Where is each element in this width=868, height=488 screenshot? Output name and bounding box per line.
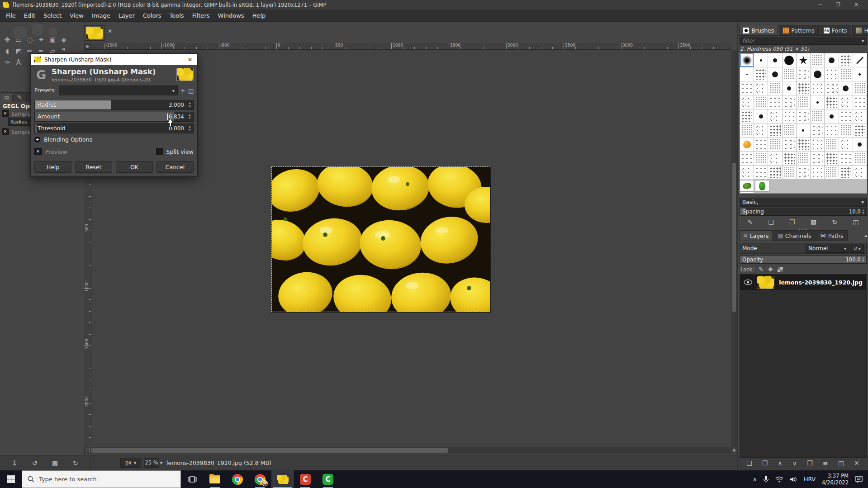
- brush-cell-t1[interactable]: [839, 123, 853, 137]
- duplicate-brush-button[interactable]: ❐: [789, 218, 795, 226]
- brush-cell-t2[interactable]: [768, 166, 782, 179]
- spinner-icons[interactable]: ▴▾: [862, 257, 864, 262]
- tab-device-status[interactable]: ✎: [14, 92, 25, 102]
- spinner-icons[interactable]: ▴▾: [186, 112, 193, 121]
- opacity-slider[interactable]: Opacity 100.0 ▴▾: [740, 256, 867, 264]
- brush-cell-sp[interactable]: [740, 95, 754, 109]
- edit-brush-button[interactable]: ✎: [747, 218, 753, 226]
- brush-cell-t1[interactable]: [783, 67, 796, 81]
- brush-cell-d3[interactable]: [754, 109, 768, 123]
- rectangle-select-tool[interactable]: ▭: [13, 34, 24, 45]
- visibility-eye-icon[interactable]: [744, 279, 752, 285]
- delete-tool-preset-button[interactable]: ▩: [52, 460, 58, 467]
- brush-cell-bk[interactable]: [783, 53, 796, 67]
- brush-cell-sp[interactable]: [797, 67, 810, 81]
- start-button[interactable]: [0, 470, 22, 488]
- menu-tools[interactable]: Tools: [166, 9, 188, 22]
- brush-filter-input[interactable]: filter ▾: [740, 37, 867, 45]
- menu-layer[interactable]: Layer: [114, 9, 139, 22]
- brush-cell-t2[interactable]: [839, 166, 853, 179]
- tab-brushes[interactable]: Brushes: [739, 25, 778, 36]
- brush-cell-t1[interactable]: [811, 53, 824, 67]
- presets-dropdown[interactable]: ▾: [59, 85, 178, 95]
- brush-cell-t1[interactable]: [783, 123, 796, 137]
- brush-cell-t1[interactable]: [768, 81, 782, 95]
- layer-row[interactable]: lemons-2039830_1920.jpg: [740, 275, 866, 290]
- new-brush-button[interactable]: ❏: [768, 218, 774, 226]
- mode-dropdown[interactable]: Normal ▾: [806, 244, 849, 253]
- menu-edit[interactable]: Edit: [20, 9, 39, 22]
- cancel-button[interactable]: Cancel: [157, 161, 194, 173]
- tab-tool-options[interactable]: ▭: [1, 92, 13, 102]
- brush-cell-sp[interactable]: [797, 166, 810, 179]
- sample-merged-checkbox[interactable]: ✕: [2, 128, 9, 135]
- brush-cell-d5[interactable]: [811, 67, 824, 81]
- brush-cell-sp[interactable]: [740, 166, 754, 179]
- brush-cell-ln[interactable]: [853, 53, 867, 67]
- brush-cell-t1[interactable]: [839, 67, 853, 81]
- blending-options-row[interactable]: + Blending Options: [34, 136, 194, 143]
- brush-cell-t2[interactable]: [839, 53, 853, 67]
- brush-cell-sp[interactable]: [853, 166, 867, 179]
- brush-cell-t1[interactable]: [754, 95, 768, 109]
- brush-cell-d3[interactable]: [768, 53, 782, 67]
- tray-expand-icon[interactable]: ∧: [753, 476, 757, 483]
- add-preset-icon[interactable]: +: [180, 87, 185, 94]
- lock-alpha-icon[interactable]: [778, 267, 783, 272]
- lock-position-icon[interactable]: ✥: [768, 266, 773, 273]
- tab-paths[interactable]: ⋈Paths: [816, 230, 848, 241]
- menu-colors[interactable]: Colors: [139, 9, 166, 22]
- image-tab-close-icon[interactable]: ✕: [108, 28, 112, 34]
- duplicate-layer-button[interactable]: ❒: [807, 460, 813, 467]
- brush-cell-sp[interactable]: [783, 95, 796, 109]
- brush-cell-t3[interactable]: [783, 109, 796, 123]
- brush-cell-t1[interactable]: [740, 123, 754, 137]
- brush-cell-d4[interactable]: [839, 81, 853, 95]
- mode-switch-button[interactable]: ↺ ▾: [850, 244, 864, 253]
- brush-cell-d2[interactable]: [754, 53, 768, 67]
- brush-cell-t3[interactable]: [740, 81, 754, 95]
- lock-pixels-icon[interactable]: ✎: [759, 266, 764, 273]
- brush-cell-d4[interactable]: [825, 53, 838, 67]
- text-tool[interactable]: A: [13, 57, 24, 68]
- brush-cell-t3[interactable]: [768, 95, 782, 109]
- brush-cell-t1[interactable]: [853, 81, 867, 95]
- spinner-icons[interactable]: ▴▾: [186, 100, 193, 109]
- brush-cell-t2[interactable]: [797, 137, 810, 151]
- brush-preset-dropdown[interactable]: Basic, ▾: [740, 198, 867, 207]
- move-tool[interactable]: ✥: [2, 34, 13, 45]
- tab-fonts[interactable]: AaFonts: [820, 25, 851, 36]
- brush-cell-s1[interactable]: [740, 53, 754, 67]
- speaker-icon[interactable]: [790, 476, 797, 483]
- radius-slider[interactable]: Radius3.000▴▾: [34, 100, 194, 110]
- transform-tool[interactable]: ◈: [58, 34, 69, 45]
- new-group-button[interactable]: ❐: [762, 460, 768, 467]
- merge-layer-button[interactable]: ≡: [823, 460, 828, 467]
- task-view-button[interactable]: [181, 470, 204, 488]
- brush-cell-t2[interactable]: [825, 95, 838, 109]
- lower-layer-button[interactable]: ∨: [792, 460, 797, 467]
- language-indicator[interactable]: HRV: [804, 476, 816, 483]
- restore-tool-preset-button[interactable]: ↺: [32, 460, 38, 467]
- add-mask-button[interactable]: ◫: [838, 460, 844, 467]
- brush-cell-t1[interactable]: [811, 109, 824, 123]
- free-select-tool[interactable]: ◌: [24, 34, 35, 45]
- brush-cell-t3[interactable]: [839, 109, 853, 123]
- brush-cell-t3[interactable]: [853, 95, 867, 109]
- brush-cell-t1[interactable]: [754, 152, 768, 165]
- brush-cell-t1[interactable]: [797, 152, 810, 165]
- radius-field[interactable]: Radius: [8, 118, 31, 126]
- brush-cell-sp[interactable]: [754, 81, 768, 95]
- fuzzy-select-tool[interactable]: ✦: [36, 34, 47, 45]
- tab-layers[interactable]: ≡Layers: [739, 230, 773, 241]
- dialog-titlebar[interactable]: Sharpen (Unsharp Mask) ✕: [31, 54, 197, 65]
- tab-history[interactable]: History: [852, 25, 868, 36]
- brush-cell-t1[interactable]: [825, 166, 838, 179]
- brush-cell-sp[interactable]: [754, 123, 768, 137]
- help-button[interactable]: Help: [34, 161, 71, 173]
- brush-cell-t2[interactable]: [768, 123, 782, 137]
- maximize-button[interactable]: ❐: [829, 2, 847, 8]
- menu-filters[interactable]: Filters: [188, 9, 214, 22]
- menu-help[interactable]: Help: [248, 9, 270, 22]
- warp-tool[interactable]: ◖: [2, 46, 13, 57]
